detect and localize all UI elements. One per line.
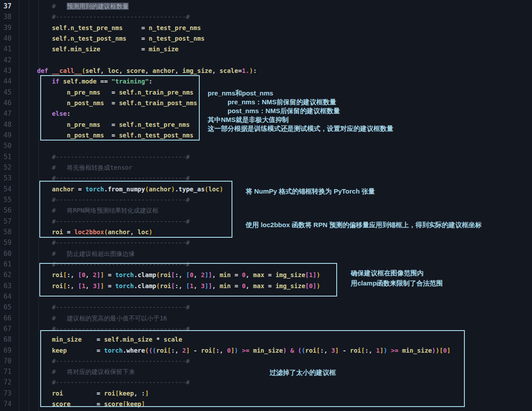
line-number: 49 <box>0 130 19 141</box>
line-number: 59 <box>0 237 19 248</box>
code-token: #-----------------------------------# <box>22 153 190 160</box>
code-line-52[interactable]: # 将先验框转换成tensor <box>22 162 451 173</box>
code-token: anchor <box>152 67 175 74</box>
annotation-line: 其中NMS就是非极大值抑制 <box>208 115 393 124</box>
code-token: , <box>145 67 152 74</box>
line-number: 63 <box>0 281 19 291</box>
code-token: #-----------------------------------# <box>22 304 190 311</box>
line-number: 38 <box>0 11 19 22</box>
code-line-65[interactable]: #-----------------------------------# <box>22 302 451 312</box>
line-number: 54 <box>0 184 19 194</box>
line-number: 42 <box>0 55 19 65</box>
code-line-42[interactable] <box>22 55 451 65</box>
code-line-51[interactable]: #-----------------------------------# <box>22 152 451 162</box>
line-number: 46 <box>0 98 19 108</box>
annotation-clamp-range: 确保建议框在图像范围内用clamp函数来限制了合法范围 <box>351 268 443 288</box>
code-token: # 建议框的宽高的最小值不可以小于16 <box>22 315 167 322</box>
code-token: # 防止建议框超出图像边缘 <box>22 250 135 257</box>
code-token: #-----------------------------------# <box>22 13 190 20</box>
annotation-pre-post-nms: pre_nms和post_nmspre_nms：NMS前保留的建议框数量post… <box>208 89 393 133</box>
line-number: 55 <box>0 194 19 205</box>
code-line-40[interactable]: self.n_test_post_nms = n_test_post_nms <box>22 33 451 44</box>
line-number: 43 <box>0 65 19 76</box>
code-token: img_size <box>182 67 212 74</box>
line-number: 64 <box>0 291 19 302</box>
highlight-box-min-size-filter <box>40 330 465 407</box>
code-token: min_size <box>149 46 179 53</box>
line-number: 62 <box>0 270 19 280</box>
code-token: ) <box>249 67 253 74</box>
code-line-75[interactable] <box>22 409 451 411</box>
code-token: self.min_size <box>22 46 100 53</box>
highlight-box-mode-selection <box>40 75 200 141</box>
code-line-41[interactable]: self.min_size = min_size <box>22 44 451 54</box>
code-token: # 将先验框转换成tensor <box>22 164 133 171</box>
code-token: score <box>126 67 145 74</box>
code-token: = <box>126 35 149 42</box>
line-number: 39 <box>0 23 19 33</box>
code-token: loc <box>108 67 119 74</box>
line-number: 60 <box>0 248 19 259</box>
highlight-box-clamp <box>39 263 337 297</box>
code-token: , <box>100 67 108 74</box>
line-number: 58 <box>0 227 19 237</box>
annotation-line: 用clamp函数来限制了合法范围 <box>351 278 443 288</box>
line-number: 61 <box>0 259 19 270</box>
line-number: 71 <box>0 366 19 377</box>
highlight-box-anchor-conversion <box>39 181 232 238</box>
line-number: 52 <box>0 162 19 173</box>
code-token: n_test_pre_nms <box>149 24 201 31</box>
code-editor: 3738394041424344454647484950515253545556… <box>0 0 532 411</box>
code-line-37[interactable]: # 预测用到的建议框数量 <box>22 1 451 11</box>
code-token: #-----------------------------------# <box>22 239 190 246</box>
code-token: = <box>123 24 149 31</box>
annotation-line: 确保建议框在图像范围内 <box>351 268 443 278</box>
code-token: , <box>175 67 182 74</box>
line-number: 57 <box>0 216 19 227</box>
line-number: 56 <box>0 205 19 216</box>
line-number: 75 <box>0 409 19 411</box>
line-number: 47 <box>0 108 19 119</box>
line-number: 68 <box>0 334 19 345</box>
annotation-line: pre_nms：NMS前保留的建议框数量 <box>208 98 393 107</box>
line-number: 41 <box>0 44 19 54</box>
annotation-line: post_nms：NMS后保留的建议框数量 <box>208 107 393 115</box>
code-line-66[interactable]: # 建议框的宽高的最小值不可以小于16 <box>22 313 451 323</box>
line-number: 73 <box>0 388 19 399</box>
code-token: __call__ <box>52 67 81 74</box>
code-token: self.n_test_post_nms <box>22 35 126 42</box>
code-line-39[interactable]: self.n_test_pre_nms = n_test_pre_nms <box>22 23 451 33</box>
code-line-60[interactable]: # 防止建议框超出图像边缘 <box>22 248 451 259</box>
annotation-numpy-to-tensor: 将 NumPy 格式的锚框转换为 PyTorch 张量 <box>246 187 375 196</box>
line-number: 74 <box>0 399 19 409</box>
line-number: 67 <box>0 323 19 334</box>
gutter: 3738394041424344454647484950515253545556… <box>0 1 19 411</box>
line-number: 72 <box>0 377 19 388</box>
code-line-50[interactable] <box>22 141 451 151</box>
code-token: , <box>212 67 220 74</box>
selected-comment-text: 预测用到的建议框数量 <box>67 3 129 10</box>
annotation-loc2bbox: 使用 loc2bbox 函数将 RPN 预测的偏移量应用到锚框上，得到实际的建议… <box>246 221 482 229</box>
code-token: # <box>22 3 67 10</box>
code-line-38[interactable]: #-----------------------------------# <box>22 11 451 22</box>
line-number: 53 <box>0 173 19 183</box>
annotation-line: 这一部分根据是训练模式还是测试模式，设置对应的建议框数量 <box>208 124 393 133</box>
code-token: = <box>100 46 149 53</box>
code-token: self.n_test_pre_nms <box>22 24 123 31</box>
code-line-59[interactable]: #-----------------------------------# <box>22 237 451 248</box>
line-number: 40 <box>0 33 19 44</box>
code-token: n_test_post_nms <box>149 35 205 42</box>
line-number: 37 <box>0 1 19 11</box>
line-number: 69 <box>0 345 19 356</box>
annotation-line: pre_nms和post_nms <box>208 89 393 98</box>
code-token: def <box>22 67 52 74</box>
code-token: self <box>85 67 100 74</box>
code-token: , <box>119 67 126 74</box>
code-line-43[interactable]: def __call__(self, loc, score, anchor, i… <box>22 65 451 76</box>
line-number: 51 <box>0 152 19 162</box>
code-token: scale <box>220 67 238 74</box>
code-token: 1. <box>242 67 249 74</box>
annotation-filter-small-boxes: 过滤掉了太小的建议框 <box>270 369 336 377</box>
line-number: 48 <box>0 119 19 130</box>
line-number: 45 <box>0 87 19 98</box>
